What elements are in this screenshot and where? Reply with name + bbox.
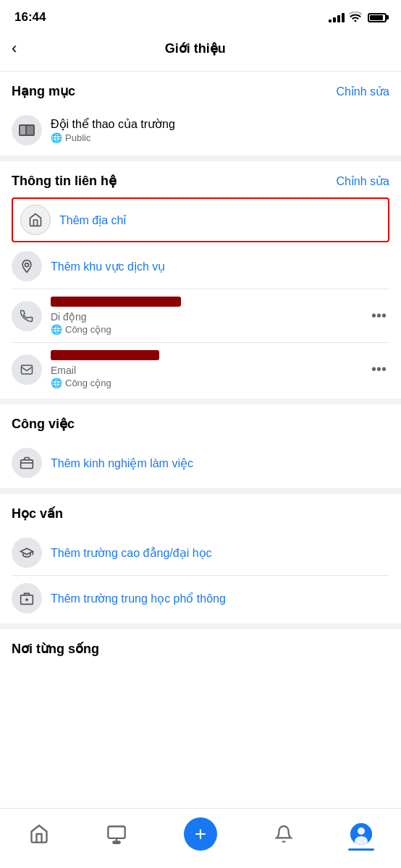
wifi-icon: [349, 12, 362, 24]
category-visibility: 🌐 Public: [51, 132, 389, 143]
add-service-text: Thêm khu vực dịch vụ: [51, 260, 165, 273]
add-highschool-text: Thêm trường trung học phổ thông: [51, 592, 226, 605]
watch-nav-icon: [106, 824, 127, 844]
cong-viec-header: Công việc: [12, 416, 389, 432]
divider-2: [0, 399, 401, 404]
bell-nav-icon: [274, 825, 293, 843]
add-highschool-content: Thêm trường trung học phổ thông: [51, 592, 389, 605]
email-item: Email 🌐 Công cộng •••: [12, 343, 389, 396]
noi-tung-song-title: Nơi từng sống: [12, 641, 99, 657]
email-visibility: 🌐 Công cộng: [51, 378, 368, 388]
list-item: Đội thể thao của trường 🌐 Public: [12, 108, 389, 153]
hang-muc-title: Hạng mục: [12, 83, 75, 99]
add-university-content: Thêm trường cao đẳng/đại học: [51, 546, 389, 560]
phone-label: Di động: [51, 311, 368, 323]
hang-muc-edit[interactable]: Chỉnh sửa: [336, 85, 389, 98]
category-content: Đội thể thao của trường 🌐 Public: [51, 117, 389, 143]
briefcase-icon: [12, 448, 42, 478]
add-university-text: Thêm trường cao đẳng/đại học: [51, 547, 212, 559]
email-icon: [12, 354, 42, 385]
svg-rect-2: [27, 126, 33, 135]
svg-rect-10: [108, 827, 124, 838]
globe-icon-phone: 🌐: [51, 324, 62, 335]
location-icon: [12, 251, 42, 281]
svg-point-14: [358, 827, 365, 835]
phone-redacted: [51, 297, 181, 307]
nav-add[interactable]: +: [175, 814, 226, 854]
header: ‹ Giới thiệu: [0, 29, 401, 72]
nav-avatar[interactable]: [342, 820, 381, 848]
battery-icon: [368, 13, 387, 22]
svg-rect-5: [21, 460, 33, 469]
category-text: Đội thể thao của trường: [51, 117, 389, 131]
noi-tung-song-section: Nơi từng sống: [0, 629, 401, 668]
home-nav-icon: [29, 824, 49, 844]
divider-1: [0, 156, 401, 161]
avatar-icon: [350, 823, 372, 845]
add-service-item[interactable]: Thêm khu vực dịch vụ: [12, 244, 389, 289]
svg-point-3: [25, 263, 29, 267]
add-button[interactable]: +: [184, 817, 217, 851]
email-content: Email 🌐 Công cộng: [51, 350, 368, 388]
phone-content: Di động 🌐 Công cộng: [51, 297, 368, 335]
graduation-icon: [12, 537, 42, 568]
school-icon: [12, 583, 42, 613]
nav-watch[interactable]: [98, 821, 135, 847]
thong-tin-header: Thông tin liên hệ Chỉnh sửa: [12, 173, 389, 189]
hang-muc-header: Hạng mục Chỉnh sửa: [12, 83, 389, 99]
noi-tung-song-header: Nơi từng sống: [12, 641, 389, 657]
email-more-button[interactable]: •••: [368, 361, 389, 378]
phone-visibility: 🌐 Công cộng: [51, 324, 368, 335]
phone-item: Di động 🌐 Công cộng •••: [12, 289, 389, 343]
email-redacted: [51, 350, 159, 360]
svg-rect-1: [20, 126, 25, 135]
email-label: Email: [51, 365, 368, 376]
add-highschool-item[interactable]: Thêm trường trung học phổ thông: [12, 576, 389, 621]
main-content: Hạng mục Chỉnh sửa Đội thể thao của trườ…: [0, 72, 401, 726]
status-time: 16:44: [14, 10, 46, 25]
bottom-nav: +: [0, 808, 401, 868]
add-service-content: Thêm khu vực dịch vụ: [51, 260, 389, 273]
category-icon: [12, 115, 42, 145]
back-button[interactable]: ‹: [12, 36, 22, 61]
globe-icon-email: 🌐: [51, 378, 62, 388]
add-work-content: Thêm kinh nghiệm làm việc: [51, 456, 389, 470]
home-icon: [20, 205, 51, 235]
thong-tin-edit[interactable]: Chỉnh sửa: [336, 174, 389, 188]
add-work-item[interactable]: Thêm kinh nghiệm làm việc: [12, 441, 389, 485]
avatar-image: [350, 823, 372, 845]
phone-more-button[interactable]: •••: [368, 307, 389, 324]
nav-bell[interactable]: [266, 822, 302, 846]
divider-4: [0, 624, 401, 629]
add-work-text: Thêm kinh nghiệm làm việc: [51, 457, 193, 469]
status-icons: [329, 12, 387, 24]
hoc-van-title: Học vấn: [12, 506, 63, 522]
thong-tin-section: Thông tin liên hệ Chỉnh sửa Thêm địa chỉ: [0, 161, 401, 399]
cong-viec-title: Công việc: [12, 416, 75, 432]
phone-icon: [12, 301, 42, 331]
add-address-content: Thêm địa chỉ: [59, 213, 381, 227]
cong-viec-section: Công việc Thêm kinh nghiệm làm việc: [0, 404, 401, 488]
divider-3: [0, 488, 401, 494]
globe-icon: 🌐: [51, 132, 62, 143]
nav-active-indicator: [348, 848, 374, 851]
signal-icon: [329, 12, 345, 22]
hoc-van-section: Học vấn Thêm trường cao đẳng/đại học: [0, 494, 401, 624]
nav-home[interactable]: [20, 821, 58, 847]
add-address-item[interactable]: Thêm địa chỉ: [12, 197, 389, 242]
hoc-van-header: Học vấn: [12, 506, 389, 522]
svg-rect-4: [22, 365, 33, 374]
page-title: Giới thiệu: [22, 41, 368, 56]
add-university-item[interactable]: Thêm trường cao đẳng/đại học: [12, 530, 389, 576]
add-address-text: Thêm địa chỉ: [59, 214, 126, 226]
hang-muc-section: Hạng mục Chỉnh sửa Đội thể thao của trườ…: [0, 72, 401, 156]
svg-rect-11: [113, 842, 119, 843]
status-bar: 16:44: [0, 0, 401, 29]
thong-tin-title: Thông tin liên hệ: [12, 173, 117, 189]
